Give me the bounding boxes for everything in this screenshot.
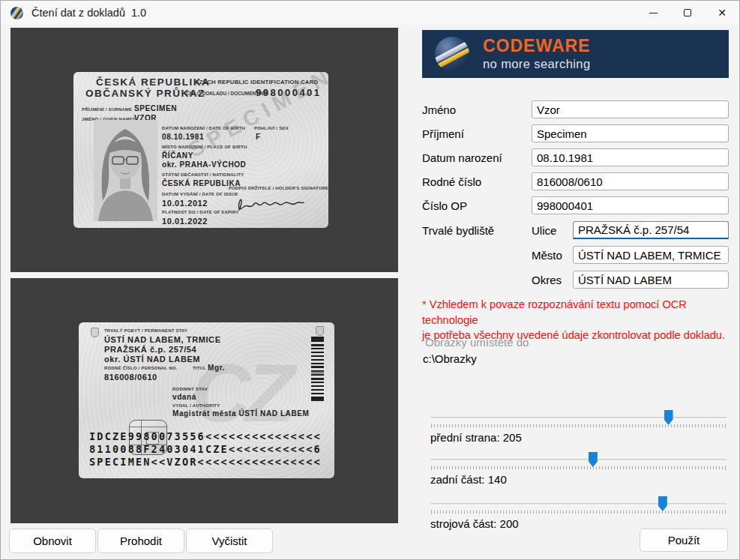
ocr-form: Jméno Příjmení Datum narození Rodné čísl… [422,100,729,220]
marital-value: vdaná [172,393,196,401]
city-input[interactable] [573,246,729,264]
surname-value: SPECIMEN [134,104,177,112]
corner-emblem-icon [316,326,324,336]
birthdate-label: Datum narození [422,151,532,164]
street-label: Ulice [532,224,573,237]
id-number-label: Číslo OP [422,199,532,212]
mrz-line-1: IDCZE9980073556<<<<<<<<<<<<<<< [89,430,325,443]
personal-no-label: RODNÉ ČÍSLO / PERSONAL NO. [104,366,177,370]
mrz-threshold-label: strojová část: 200 [430,517,519,530]
sex-value: F [256,133,261,141]
title-value: Mgr. [208,364,225,372]
nationality-label: STÁTNÍ OBČANSTVÍ / NATIONALITY [162,172,244,177]
maximize-icon [684,9,691,16]
marital-label: RODINNÝ STAV [172,387,208,391]
stay-district: okr. ÚSTÍ NAD LABEM [104,355,200,364]
personal-number-label: Rodné číslo [422,175,532,188]
birthdate-input[interactable] [532,148,729,166]
address-group: Trvalé bydliště Ulice Město Okres [422,221,729,295]
window-title: Čtení dat z dokladů 1.0 [31,7,146,19]
firstname-label: Jméno [422,103,532,116]
swap-button[interactable]: Prohodit [97,529,184,553]
close-button[interactable]: ✕ [705,1,739,25]
surname-field-label: Příjmení [422,127,532,140]
barcode [311,337,324,401]
authority-label: VYDAL / AUTHORITY [172,403,220,408]
clear-button[interactable]: Vyčistit [186,529,273,553]
portrait-photo [94,120,157,221]
refresh-button[interactable]: Obnovit [9,529,96,553]
codeware-banner: CODEWARE no more searching [422,30,729,78]
mrz-threshold-slider-thumb[interactable] [658,496,667,511]
stay-label: TRVALÝ POBYT / PERMANENT STAY [104,328,187,333]
back-threshold-label: zadní část: 140 [430,473,507,486]
surname-label: PŘÍJMENÍ / SURNAME [82,107,132,112]
front-threshold-slider-thumb[interactable] [664,410,673,425]
expiry-value: 10.01.2022 [162,217,208,226]
surname-input[interactable] [532,124,729,142]
back-threshold-slider[interactable] [430,459,727,460]
app-globe-icon [10,7,23,19]
front-threshold-slider-group: přední strana: 205 [423,412,728,451]
brand-name: CODEWARE [483,37,590,55]
slider-ticks [434,466,723,470]
id-card-back: CZ TRVALÝ POBYT / PERMANENT STAY ÚSTÍ NA… [79,322,334,478]
mrz-line-2: 8110088F2403041CZE<<<<<<<<<<<6 [89,443,325,456]
ocr-warning-line-1: * Vzhledem k povaze rozpoznávání textu p… [422,297,731,328]
lion-emblem-icon [91,328,99,337]
front-threshold-label: přední strana: 205 [430,431,522,444]
output-folder-label: Obrázky umístěte do [425,336,529,349]
front-threshold-slider[interactable] [430,417,727,418]
authority-value: Magistrát města ÚSTÍ NAD LABEM [172,409,309,418]
pob-value-1: ŘÍČANY [162,151,193,160]
maximize-button[interactable] [670,1,705,25]
pob-value-2: okr. PRAHA-VÝCHOD [162,160,246,169]
front-scan-panel: ČESKÁ REPUBLIKA OBČANSKÝ PRŮKAZ CZECH RE… [10,28,398,272]
card-country: ČESKÁ REPUBLIKA [96,76,210,88]
district-label: Okres [532,274,573,286]
titlebar: Čtení dat z dokladů 1.0 ✕ [1,1,739,25]
issue-label: DATUM VYDÁNÍ / DATE OF ISSUE [162,192,238,196]
mrz-block: IDCZE9980073556<<<<<<<<<<<<<<< 8110088F2… [89,430,325,469]
address-label: Trvalé bydliště [422,224,532,237]
stay-city: ÚSTÍ NAD LABEM, TRMICE [104,335,221,344]
minimize-button[interactable] [636,1,670,25]
slider-ticks [434,510,723,514]
holder-signature [235,190,306,214]
district-input[interactable] [573,271,729,289]
stay-street: PRAŽSKÁ č.p. 257/54 [104,345,196,354]
apply-button[interactable]: Použít [640,529,728,552]
personal-number-input[interactable] [532,172,729,190]
mrz-threshold-slider[interactable] [430,503,727,505]
mrz-line-3: SPECIMEN<<VZOR<<<<<<<<<<<<<<<< [89,456,325,469]
firstname-input[interactable] [532,100,729,118]
app-window: Čtení dat z dokladů 1.0 ✕ ČESKÁ REPUBLIK… [0,0,740,560]
back-threshold-slider-thumb[interactable] [589,452,598,467]
personal-no-value: 816008/0610 [104,373,157,382]
back-threshold-slider-group: zadní část: 140 [423,454,728,493]
city-label: Město [532,249,573,262]
street-input[interactable] [573,221,729,239]
back-scan-panel: CZ TRVALÝ POBYT / PERMANENT STAY ÚSTÍ NA… [10,278,398,523]
output-folder-path: c:\Obrazky [423,352,477,365]
brand-tagline: no more searching [483,57,590,71]
issue-value: 10.01.2012 [162,199,208,208]
minimize-icon [649,13,658,13]
slider-ticks [434,424,723,428]
cz-watermark: CZ [191,345,289,440]
close-icon: ✕ [718,7,727,18]
id-card-front: ČESKÁ REPUBLIKA OBČANSKÝ PRŮKAZ CZECH RE… [73,72,328,228]
codeware-globe-icon [435,37,469,71]
id-number-input[interactable] [532,196,729,214]
title-label: TITUL [193,366,206,370]
expiry-label: PLATNOST DO / DATE OF EXPIRY [162,210,239,214]
